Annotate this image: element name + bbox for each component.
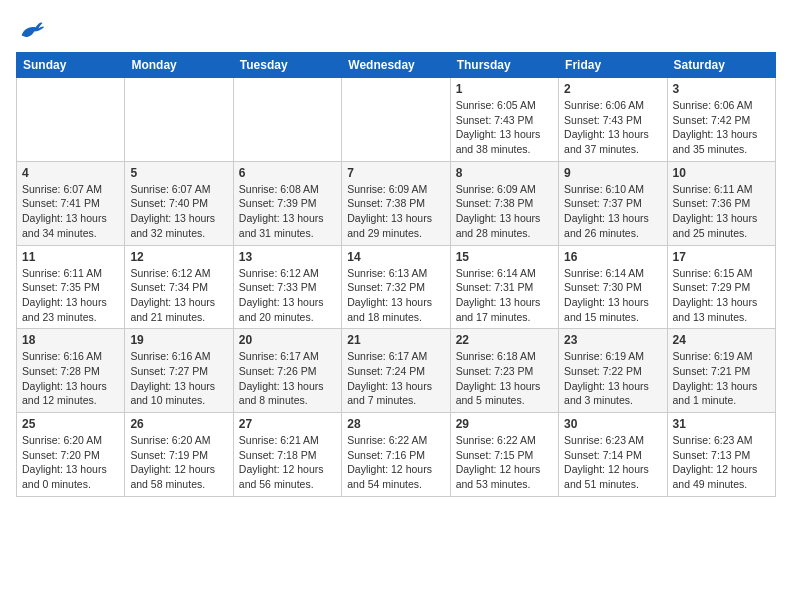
day-number: 28 bbox=[347, 417, 444, 431]
calendar-cell: 31Sunrise: 6:23 AM Sunset: 7:13 PM Dayli… bbox=[667, 413, 775, 497]
day-number: 19 bbox=[130, 333, 227, 347]
calendar-cell: 1Sunrise: 6:05 AM Sunset: 7:43 PM Daylig… bbox=[450, 78, 558, 162]
day-number: 10 bbox=[673, 166, 770, 180]
day-number: 31 bbox=[673, 417, 770, 431]
day-info: Sunrise: 6:12 AM Sunset: 7:33 PM Dayligh… bbox=[239, 266, 336, 325]
calendar-body: 1Sunrise: 6:05 AM Sunset: 7:43 PM Daylig… bbox=[17, 78, 776, 497]
calendar-cell: 18Sunrise: 6:16 AM Sunset: 7:28 PM Dayli… bbox=[17, 329, 125, 413]
day-info: Sunrise: 6:13 AM Sunset: 7:32 PM Dayligh… bbox=[347, 266, 444, 325]
day-number: 3 bbox=[673, 82, 770, 96]
day-info: Sunrise: 6:12 AM Sunset: 7:34 PM Dayligh… bbox=[130, 266, 227, 325]
calendar-cell: 9Sunrise: 6:10 AM Sunset: 7:37 PM Daylig… bbox=[559, 161, 667, 245]
day-info: Sunrise: 6:11 AM Sunset: 7:36 PM Dayligh… bbox=[673, 182, 770, 241]
day-info: Sunrise: 6:23 AM Sunset: 7:13 PM Dayligh… bbox=[673, 433, 770, 492]
calendar-cell: 22Sunrise: 6:18 AM Sunset: 7:23 PM Dayli… bbox=[450, 329, 558, 413]
day-number: 17 bbox=[673, 250, 770, 264]
day-number: 26 bbox=[130, 417, 227, 431]
calendar-cell: 20Sunrise: 6:17 AM Sunset: 7:26 PM Dayli… bbox=[233, 329, 341, 413]
day-number: 2 bbox=[564, 82, 661, 96]
day-info: Sunrise: 6:22 AM Sunset: 7:16 PM Dayligh… bbox=[347, 433, 444, 492]
weekday-header-tuesday: Tuesday bbox=[233, 53, 341, 78]
day-number: 1 bbox=[456, 82, 553, 96]
day-info: Sunrise: 6:18 AM Sunset: 7:23 PM Dayligh… bbox=[456, 349, 553, 408]
calendar-cell: 25Sunrise: 6:20 AM Sunset: 7:20 PM Dayli… bbox=[17, 413, 125, 497]
weekday-header-monday: Monday bbox=[125, 53, 233, 78]
calendar-week-4: 18Sunrise: 6:16 AM Sunset: 7:28 PM Dayli… bbox=[17, 329, 776, 413]
calendar-cell: 15Sunrise: 6:14 AM Sunset: 7:31 PM Dayli… bbox=[450, 245, 558, 329]
logo bbox=[16, 16, 48, 44]
calendar-cell: 12Sunrise: 6:12 AM Sunset: 7:34 PM Dayli… bbox=[125, 245, 233, 329]
weekday-header-friday: Friday bbox=[559, 53, 667, 78]
day-number: 22 bbox=[456, 333, 553, 347]
calendar-cell: 5Sunrise: 6:07 AM Sunset: 7:40 PM Daylig… bbox=[125, 161, 233, 245]
day-info: Sunrise: 6:16 AM Sunset: 7:27 PM Dayligh… bbox=[130, 349, 227, 408]
day-number: 11 bbox=[22, 250, 119, 264]
calendar-cell: 29Sunrise: 6:22 AM Sunset: 7:15 PM Dayli… bbox=[450, 413, 558, 497]
calendar-cell: 16Sunrise: 6:14 AM Sunset: 7:30 PM Dayli… bbox=[559, 245, 667, 329]
day-info: Sunrise: 6:14 AM Sunset: 7:31 PM Dayligh… bbox=[456, 266, 553, 325]
weekday-row: SundayMondayTuesdayWednesdayThursdayFrid… bbox=[17, 53, 776, 78]
day-number: 18 bbox=[22, 333, 119, 347]
day-info: Sunrise: 6:22 AM Sunset: 7:15 PM Dayligh… bbox=[456, 433, 553, 492]
day-info: Sunrise: 6:19 AM Sunset: 7:21 PM Dayligh… bbox=[673, 349, 770, 408]
page-header bbox=[16, 16, 776, 44]
calendar-week-2: 4Sunrise: 6:07 AM Sunset: 7:41 PM Daylig… bbox=[17, 161, 776, 245]
calendar-cell: 21Sunrise: 6:17 AM Sunset: 7:24 PM Dayli… bbox=[342, 329, 450, 413]
day-info: Sunrise: 6:08 AM Sunset: 7:39 PM Dayligh… bbox=[239, 182, 336, 241]
calendar-cell: 7Sunrise: 6:09 AM Sunset: 7:38 PM Daylig… bbox=[342, 161, 450, 245]
day-info: Sunrise: 6:19 AM Sunset: 7:22 PM Dayligh… bbox=[564, 349, 661, 408]
calendar-cell: 19Sunrise: 6:16 AM Sunset: 7:27 PM Dayli… bbox=[125, 329, 233, 413]
weekday-header-wednesday: Wednesday bbox=[342, 53, 450, 78]
day-info: Sunrise: 6:17 AM Sunset: 7:24 PM Dayligh… bbox=[347, 349, 444, 408]
day-number: 7 bbox=[347, 166, 444, 180]
calendar-cell bbox=[233, 78, 341, 162]
day-info: Sunrise: 6:06 AM Sunset: 7:43 PM Dayligh… bbox=[564, 98, 661, 157]
day-info: Sunrise: 6:10 AM Sunset: 7:37 PM Dayligh… bbox=[564, 182, 661, 241]
day-number: 13 bbox=[239, 250, 336, 264]
calendar-cell: 28Sunrise: 6:22 AM Sunset: 7:16 PM Dayli… bbox=[342, 413, 450, 497]
day-number: 20 bbox=[239, 333, 336, 347]
calendar-cell: 3Sunrise: 6:06 AM Sunset: 7:42 PM Daylig… bbox=[667, 78, 775, 162]
calendar-cell: 8Sunrise: 6:09 AM Sunset: 7:38 PM Daylig… bbox=[450, 161, 558, 245]
day-info: Sunrise: 6:15 AM Sunset: 7:29 PM Dayligh… bbox=[673, 266, 770, 325]
day-info: Sunrise: 6:20 AM Sunset: 7:19 PM Dayligh… bbox=[130, 433, 227, 492]
weekday-header-thursday: Thursday bbox=[450, 53, 558, 78]
calendar-cell: 24Sunrise: 6:19 AM Sunset: 7:21 PM Dayli… bbox=[667, 329, 775, 413]
calendar-week-5: 25Sunrise: 6:20 AM Sunset: 7:20 PM Dayli… bbox=[17, 413, 776, 497]
calendar-cell: 13Sunrise: 6:12 AM Sunset: 7:33 PM Dayli… bbox=[233, 245, 341, 329]
day-info: Sunrise: 6:21 AM Sunset: 7:18 PM Dayligh… bbox=[239, 433, 336, 492]
calendar-cell: 30Sunrise: 6:23 AM Sunset: 7:14 PM Dayli… bbox=[559, 413, 667, 497]
calendar-week-1: 1Sunrise: 6:05 AM Sunset: 7:43 PM Daylig… bbox=[17, 78, 776, 162]
calendar-header: SundayMondayTuesdayWednesdayThursdayFrid… bbox=[17, 53, 776, 78]
day-number: 15 bbox=[456, 250, 553, 264]
calendar-cell bbox=[17, 78, 125, 162]
calendar-cell: 2Sunrise: 6:06 AM Sunset: 7:43 PM Daylig… bbox=[559, 78, 667, 162]
day-number: 25 bbox=[22, 417, 119, 431]
calendar-cell: 10Sunrise: 6:11 AM Sunset: 7:36 PM Dayli… bbox=[667, 161, 775, 245]
day-number: 21 bbox=[347, 333, 444, 347]
day-number: 14 bbox=[347, 250, 444, 264]
day-number: 6 bbox=[239, 166, 336, 180]
day-info: Sunrise: 6:07 AM Sunset: 7:41 PM Dayligh… bbox=[22, 182, 119, 241]
calendar-cell: 27Sunrise: 6:21 AM Sunset: 7:18 PM Dayli… bbox=[233, 413, 341, 497]
day-number: 24 bbox=[673, 333, 770, 347]
day-info: Sunrise: 6:05 AM Sunset: 7:43 PM Dayligh… bbox=[456, 98, 553, 157]
calendar-cell: 23Sunrise: 6:19 AM Sunset: 7:22 PM Dayli… bbox=[559, 329, 667, 413]
day-info: Sunrise: 6:06 AM Sunset: 7:42 PM Dayligh… bbox=[673, 98, 770, 157]
day-number: 16 bbox=[564, 250, 661, 264]
calendar-cell: 14Sunrise: 6:13 AM Sunset: 7:32 PM Dayli… bbox=[342, 245, 450, 329]
calendar-cell: 17Sunrise: 6:15 AM Sunset: 7:29 PM Dayli… bbox=[667, 245, 775, 329]
calendar-week-3: 11Sunrise: 6:11 AM Sunset: 7:35 PM Dayli… bbox=[17, 245, 776, 329]
calendar-cell bbox=[125, 78, 233, 162]
day-number: 23 bbox=[564, 333, 661, 347]
day-info: Sunrise: 6:16 AM Sunset: 7:28 PM Dayligh… bbox=[22, 349, 119, 408]
calendar-cell: 4Sunrise: 6:07 AM Sunset: 7:41 PM Daylig… bbox=[17, 161, 125, 245]
calendar-cell: 11Sunrise: 6:11 AM Sunset: 7:35 PM Dayli… bbox=[17, 245, 125, 329]
day-info: Sunrise: 6:09 AM Sunset: 7:38 PM Dayligh… bbox=[347, 182, 444, 241]
logo-bird-icon bbox=[16, 16, 44, 44]
weekday-header-sunday: Sunday bbox=[17, 53, 125, 78]
day-info: Sunrise: 6:23 AM Sunset: 7:14 PM Dayligh… bbox=[564, 433, 661, 492]
day-number: 30 bbox=[564, 417, 661, 431]
day-number: 4 bbox=[22, 166, 119, 180]
day-info: Sunrise: 6:17 AM Sunset: 7:26 PM Dayligh… bbox=[239, 349, 336, 408]
